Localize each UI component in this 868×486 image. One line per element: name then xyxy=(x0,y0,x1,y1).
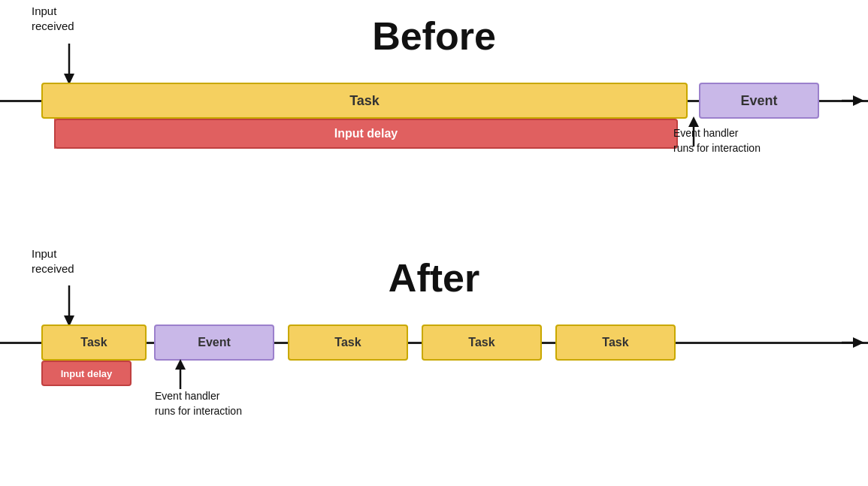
task-bar-after-3: Task xyxy=(422,325,542,361)
event-handler-label-after: Event handlerruns for interaction xyxy=(155,389,242,418)
event-bar-after: Event xyxy=(154,325,274,361)
task-bar-after-1: Task xyxy=(41,325,147,361)
arrow-right-before xyxy=(842,93,864,108)
arrow-right-after xyxy=(842,335,864,350)
svg-marker-3 xyxy=(853,95,864,106)
event-handler-label-before: Event handlerruns for interaction xyxy=(673,126,761,155)
event-bar-before: Event xyxy=(699,83,819,119)
task-bar-after-4: Task xyxy=(555,325,676,361)
arrow-down-after xyxy=(62,285,77,327)
arrow-down-before xyxy=(62,44,77,85)
after-title: After xyxy=(389,255,479,300)
svg-marker-9 xyxy=(853,337,864,348)
before-title: Before xyxy=(372,14,496,59)
svg-marker-11 xyxy=(175,359,186,370)
task-bar-before: Task xyxy=(41,83,688,119)
diagram-container: Before Inputreceived Task Input delay Ev… xyxy=(0,0,868,486)
input-received-label-before: Inputreceived xyxy=(32,4,74,33)
input-received-label-after: Inputreceived xyxy=(32,246,74,276)
input-delay-bar-after: Input delay xyxy=(41,361,132,386)
arrow-up-after xyxy=(173,359,188,389)
svg-marker-5 xyxy=(688,116,699,127)
input-delay-bar-before: Input delay xyxy=(54,119,678,149)
task-bar-after-2: Task xyxy=(288,325,408,361)
